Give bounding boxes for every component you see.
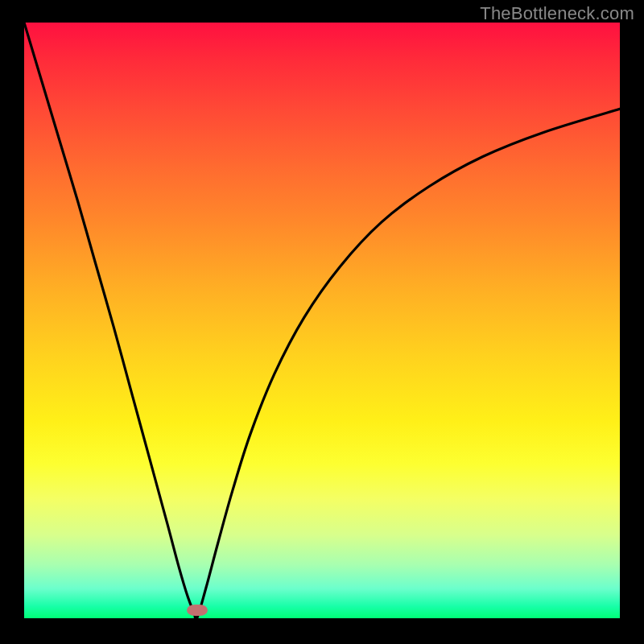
optimal-point-marker bbox=[187, 605, 208, 616]
plot-area bbox=[24, 23, 620, 618]
chart-frame: TheBottleneck.com bbox=[0, 0, 644, 644]
bottleneck-curve bbox=[24, 23, 620, 618]
attribution-text: TheBottleneck.com bbox=[480, 3, 634, 24]
